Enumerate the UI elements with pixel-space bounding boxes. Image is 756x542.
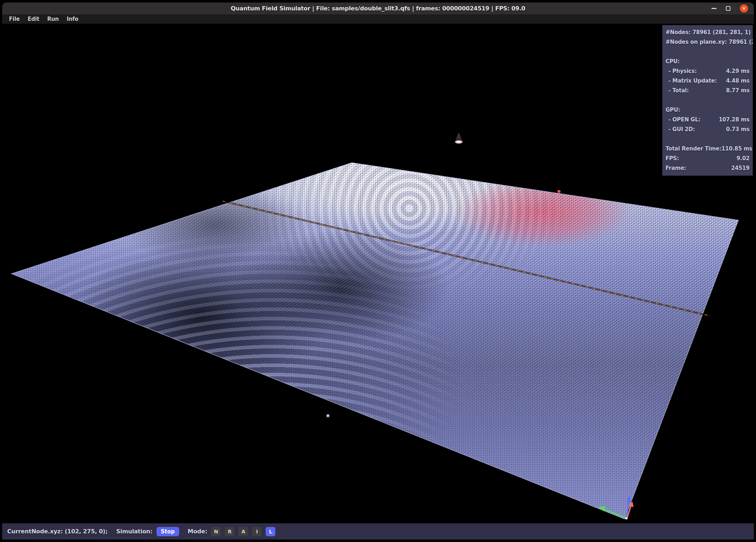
current-node-label: CurrentNode.xyz: (102, 275, 0); (7, 528, 108, 535)
stat-label: FPS: (666, 154, 679, 163)
white-node-speck (327, 414, 329, 417)
window-titlebar: Quantum Field Simulator | File: samples/… (2, 3, 754, 14)
red-node-marker (557, 190, 561, 193)
stat-row-total-render-time: Total Render Time: 110.85 ms (666, 144, 750, 154)
cone-marker (454, 133, 463, 145)
stat-label: #Nodes: 78961 (281, 281, 1) (666, 28, 751, 37)
stat-label: - Physics: (666, 66, 697, 76)
stat-label: - GUI 2D: (666, 125, 695, 134)
stat-row-spacer (666, 134, 750, 144)
stat-label: CPU: (666, 57, 680, 66)
stop-button[interactable]: Stop (157, 527, 179, 536)
maximize-icon[interactable] (726, 6, 731, 11)
menu-item-info[interactable]: Info (63, 16, 82, 22)
stat-row-cpu-header: CPU: (666, 57, 750, 66)
stat-value: 9.02 (737, 154, 750, 163)
stat-row-physics: - Physics: 4.29 ms (666, 66, 750, 76)
scene-overlay (0, 24, 756, 523)
close-button[interactable]: ✕ (740, 4, 748, 13)
stat-label: GPU: (666, 105, 680, 115)
stat-row-matrix-update: - Matrix Update: 4.48 ms (666, 76, 750, 86)
menu-item-run[interactable]: Run (43, 16, 62, 22)
mode-button-l[interactable]: L (266, 527, 275, 536)
simulation-viewport[interactable] (0, 24, 756, 523)
stat-value: 8.77 ms (726, 86, 750, 96)
cone-marker-base (455, 140, 463, 144)
minimize-icon[interactable] (711, 8, 717, 9)
mode-button-a[interactable]: A (238, 527, 248, 536)
stats-panel: #Nodes: 78961 (281, 281, 1) #Nodes on pl… (662, 25, 753, 176)
window-title: Quantum Field Simulator | File: samples/… (231, 5, 526, 12)
simulation-label: Simulation: (116, 528, 153, 535)
stat-row-nodes: #Nodes: 78961 (281, 281, 1) (666, 28, 750, 37)
barrier-line-shadow (223, 201, 711, 316)
stat-value: 4.29 ms (726, 66, 750, 76)
stat-value: 110.85 ms (722, 144, 752, 154)
menubar: File Edit Run Info (2, 14, 754, 24)
stat-label: - Total: (666, 86, 689, 96)
stat-label: Total Render Time: (666, 144, 722, 154)
mode-button-i[interactable]: I (252, 527, 262, 536)
stat-row-nodes-plane: #Nodes on plane.xy: 78961 (281, 2 (666, 37, 750, 47)
close-icon: ✕ (742, 6, 746, 11)
stat-label: - OPEN GL: (666, 115, 700, 125)
menu-item-edit[interactable]: Edit (24, 16, 43, 22)
stat-value: 107.28 ms (719, 115, 750, 125)
stat-row-opengl: - OPEN GL: 107.28 ms (666, 115, 750, 125)
stat-label: #Nodes on plane.xy: 78961 (281, 2 (666, 37, 753, 47)
menu-item-file[interactable]: File (5, 16, 24, 22)
axis-blue-arrow (626, 496, 632, 502)
stat-value: 24519 (731, 163, 750, 173)
mode-button-r[interactable]: R (225, 527, 234, 536)
axis-origin (625, 517, 627, 519)
mode-button-n[interactable]: N (211, 527, 221, 536)
stat-value: 4.48 ms (726, 76, 750, 86)
stat-row-frame: Frame: 24519 (666, 163, 750, 173)
stat-row-spacer (666, 47, 750, 57)
stat-value: 0.73 ms (726, 125, 750, 134)
stat-row-spacer (666, 96, 750, 105)
stat-row-fps: FPS: 9.02 (666, 154, 750, 163)
stat-label: Frame: (666, 163, 686, 173)
window-controls: ✕ (711, 3, 748, 14)
surface-edge (11, 163, 738, 519)
mode-label: Mode: (188, 528, 207, 535)
stat-label: - Matrix Update: (666, 76, 717, 86)
stat-row-gui2d: - GUI 2D: 0.73 ms (666, 125, 750, 134)
status-bar: CurrentNode.xyz: (102, 275, 0); Simulati… (2, 523, 754, 539)
stat-row-gpu-header: GPU: (666, 105, 750, 115)
stat-row-cpu-total: - Total: 8.77 ms (666, 86, 750, 96)
